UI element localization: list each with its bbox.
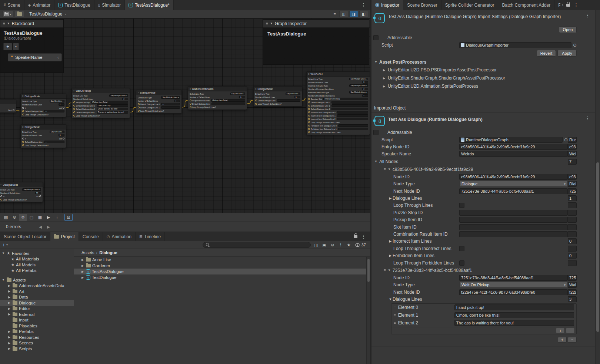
- property-row[interactable]: Next Node ID f22a475e-4c2f-41c6-9b73-6a8…: [371, 289, 595, 296]
- property-row[interactable]: Node Type Dialogue Dialogue▾ Dialogue ⊙ …: [371, 181, 595, 188]
- port-icon[interactable]: [308, 105, 310, 107]
- graph-node[interactable]: ≡DialogueNodeDefault Line TypeSay One Li…: [20, 94, 66, 117]
- node-row[interactable]: Number of Default Lines1: [254, 95, 302, 99]
- property-row[interactable]: Incorrect Item Lines 0 0▾ 0 ⊙ 0: [371, 238, 595, 245]
- port-icon[interactable]: [190, 100, 191, 101]
- property-value-field[interactable]: 7251e73e-38d3-44ff-a8c5-bcf54088aaf1: [459, 188, 568, 194]
- assets-root[interactable]: ▼ Assets: [0, 277, 74, 283]
- port-icon[interactable]: [308, 98, 310, 100]
- node-row[interactable]: Default Dialogue Line 0…: [136, 102, 181, 106]
- port-icon[interactable]: [308, 131, 310, 133]
- window-tab[interactable]: Batch Component Adder: [498, 0, 554, 10]
- array-size-field[interactable]: Weirdo: [568, 151, 577, 157]
- foldout-arrow-icon[interactable]: ▶: [7, 347, 11, 350]
- tree-folder[interactable]: ▶ Data: [0, 294, 74, 300]
- graph-node[interactable]: ≡StartNodeConnectionsNext: [0, 99, 16, 113]
- save-button[interactable]: ▾: [2, 11, 13, 17]
- footer-icon-button[interactable]: ⊙: [10, 214, 19, 221]
- property-row[interactable]: Node Type Wait On Pickup Wait On Pickup▾…: [371, 282, 595, 289]
- node-row[interactable]: Incorrect Item Line TypeSay Multiple Lin…: [307, 84, 370, 87]
- port-icon[interactable]: [73, 115, 75, 117]
- graph-inspector-header[interactable]: ≡ ▼ Graph Inspector: [263, 20, 369, 28]
- port-icon[interactable]: [73, 101, 75, 103]
- foldout-arrow-icon[interactable]: ▶: [382, 77, 386, 80]
- blackboard-header[interactable]: ≡ ▼ Blackboard: [0, 20, 63, 28]
- foldout-arrow-icon[interactable]: ▶: [7, 284, 11, 287]
- port-icon[interactable]: [255, 100, 257, 101]
- node-row[interactable]: Incorrect Item Dialogue Line 2: [307, 117, 370, 121]
- port-icon[interactable]: [190, 103, 191, 105]
- node-row[interactable]: Loop Through Default Lines?: [21, 144, 66, 147]
- foldout-arrow-icon[interactable]: ▶: [81, 258, 84, 262]
- foldout-arrow-icon[interactable]: ▶: [7, 296, 11, 299]
- foldout-arrow-icon[interactable]: ▼: [374, 60, 378, 64]
- node-dropdown[interactable]: Say One Line: [230, 92, 245, 95]
- node-field[interactable]: 3: [362, 88, 368, 90]
- node-foldout[interactable]: = ▼ c93b5606-401f-49a2-99b5-9ecbf1fa9c29: [371, 165, 595, 173]
- favorites-item[interactable]: ★ All Materials: [0, 256, 74, 262]
- node-row[interactable]: Forbidden Item Line TypeSay Multiple Lin…: [307, 91, 370, 94]
- foldout-arrow-icon[interactable]: ▼: [374, 160, 378, 163]
- output-port-icon[interactable]: [39, 195, 41, 197]
- node-field[interactable]: 3: [362, 81, 368, 84]
- prev-error-button[interactable]: ◀: [39, 225, 42, 229]
- array-size-field[interactable]: [568, 260, 577, 266]
- property-row[interactable]: Loop Through Forbidden Lines ▾ ⊙: [371, 259, 595, 266]
- project-breadcrumb[interactable]: Assets › Dialogue: [74, 249, 370, 257]
- project-menu-icon[interactable]: ⋮: [359, 234, 368, 239]
- input-port-icon[interactable]: [22, 138, 24, 139]
- port-icon[interactable]: [308, 111, 310, 113]
- foldout-arrow-icon[interactable]: ▼: [387, 269, 391, 272]
- node-row[interactable]: Default Dialogue Line 0: [307, 101, 370, 104]
- property-row[interactable]: Speaker Name Weirdo Weirdo▾ Weirdo ⊙ Wei…: [371, 151, 595, 158]
- graph-node-title[interactable]: ≡WaitOnCombination: [188, 87, 247, 91]
- property-row[interactable]: Loop Through Lines ▾ ⊙: [371, 202, 595, 209]
- node-row[interactable]: Connections: [0, 105, 16, 108]
- array-size-field[interactable]: [568, 217, 577, 223]
- header-menu-icon[interactable]: ⋮: [583, 13, 592, 18]
- output-port-icon[interactable]: [63, 138, 64, 139]
- asset-item[interactable]: ▶ Anne Lise: [74, 257, 370, 263]
- next-error-button[interactable]: ▶: [47, 225, 50, 229]
- foldout-arrow-icon[interactable]: [388, 239, 393, 243]
- graph-node[interactable]: ≡DialogueNodeDefault Line TypeSay Multip…: [136, 90, 182, 114]
- array-size-field[interactable]: 7: [568, 159, 577, 165]
- postprocessor-item[interactable]: ▶ UnityEditor.ShaderGraph.ShaderGraphAss…: [371, 74, 595, 82]
- project-toolbar-icon-button[interactable]: ⊘: [329, 242, 337, 248]
- drag-handle[interactable]: =: [384, 167, 386, 171]
- foldout-arrow-icon[interactable]: ▶: [7, 301, 11, 304]
- port-icon[interactable]: [138, 107, 140, 108]
- foldout-arrow-icon[interactable]: ▶: [382, 85, 386, 88]
- collapse-arrow-icon[interactable]: ▼: [270, 22, 273, 25]
- window-tab[interactable]: ▯ Simulator: [94, 0, 125, 10]
- element-value-field[interactable]: I said pick it up!: [454, 304, 574, 310]
- node-row[interactable]: Default Line TypeSay Multiple Lines: [72, 94, 130, 97]
- node-field[interactable]: (Pickup Item Data): [211, 99, 245, 102]
- array-size-field[interactable]: c93b5606-401f-49a2-99b5-9ecbf1fa9c29: [568, 174, 577, 180]
- project-toolbar-icon-button[interactable]: ★: [345, 242, 353, 248]
- checkbox[interactable]: [459, 203, 464, 208]
- tabbar-menu-icon[interactable]: ⋮: [359, 2, 368, 8]
- graph-node-title[interactable]: ≡DialogueNode: [254, 87, 302, 91]
- property-value-field[interactable]: [459, 231, 568, 237]
- node-row[interactable]: Next: [0, 108, 16, 112]
- port-icon[interactable]: [190, 106, 191, 108]
- property-value-field[interactable]: [459, 224, 568, 230]
- property-value-field[interactable]: 7251e73e-38d3-44ff-a8c5-bcf54088aaf1: [459, 275, 568, 281]
- node-row[interactable]: Default Dialogue Line 0I said pick it up…: [72, 104, 130, 107]
- node-row[interactable]: Default Dialogue Line…: [21, 109, 66, 113]
- blackboard-panel[interactable]: ≡ ▼ Blackboard TestAssDialogue (Dialogue…: [0, 19, 64, 73]
- node-field[interactable]: Cmon, don't be like this!: [97, 108, 128, 110]
- graph-node[interactable]: ≡DialogueNodeDefault Line TypeSay Multip…: [0, 182, 43, 202]
- node-row[interactable]: Number of Default Lines1: [21, 103, 66, 106]
- node-row[interactable]: Inout: [0, 195, 43, 198]
- property-row[interactable]: Entry Node ID c93b5606-401f-49a2-99b5-9e…: [371, 143, 595, 150]
- node-row[interactable]: Number of Default Lines3: [307, 81, 370, 84]
- foldout-arrow-icon[interactable]: ▶: [7, 330, 11, 333]
- node-row[interactable]: Loop Through Default Lines?: [254, 102, 302, 105]
- property-row[interactable]: Loop Through Incorrect Lines ▾ ⊙: [371, 245, 595, 252]
- node-row[interactable]: Required Slot(Pickup Item Data): [307, 97, 370, 101]
- property-row[interactable]: Slot Item ID ▾ ⊙: [371, 223, 595, 230]
- port-icon[interactable]: [308, 125, 310, 127]
- property-value-field[interactable]: c93b5606-401f-49a2-99b5-9ecbf1fa9c29: [459, 174, 568, 180]
